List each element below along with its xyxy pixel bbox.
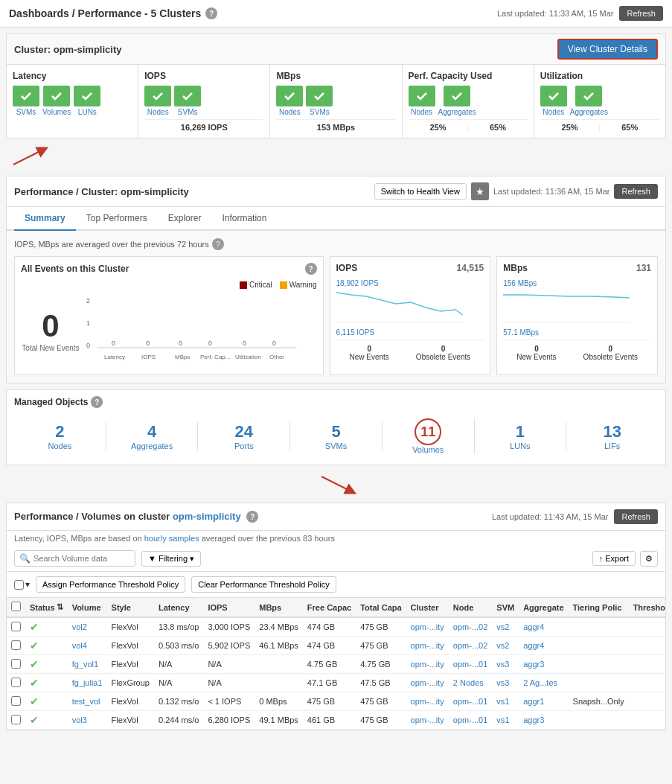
switch-health-view-button[interactable]: Switch to Health View xyxy=(374,183,467,200)
managed-luns-num[interactable]: 1 xyxy=(516,422,525,442)
cluster-link[interactable]: opm-...ity xyxy=(411,678,444,687)
th-mbps[interactable]: MBps xyxy=(255,598,303,617)
check-iops-nodes-label[interactable]: Nodes xyxy=(147,108,169,116)
aggregate-link[interactable]: 2 Ag...tes xyxy=(523,678,557,687)
select-all-checkbox[interactable] xyxy=(14,580,24,590)
th-iops[interactable]: IOPS xyxy=(203,598,255,617)
cluster-link[interactable]: opm-...ity xyxy=(411,622,444,631)
volumes-cluster-link[interactable]: opm-simplicity xyxy=(173,511,241,522)
node-link[interactable]: opm-...01 xyxy=(453,716,487,724)
row-check-1[interactable] xyxy=(11,640,21,650)
row-check-3[interactable] xyxy=(11,678,21,687)
th-status[interactable]: Status ⇅ xyxy=(25,598,68,617)
check-perf-nodes-label[interactable]: Nodes xyxy=(411,108,432,116)
check-perf-aggregates-label[interactable]: Aggregates xyxy=(438,108,476,116)
search-box[interactable]: 🔍 xyxy=(14,550,135,567)
volume-link[interactable]: vol4 xyxy=(72,641,87,650)
managed-lifs-label[interactable]: LIFs xyxy=(604,442,620,450)
check-volumes-label[interactable]: Volumes xyxy=(42,108,71,116)
perf-refresh-button[interactable]: Refresh xyxy=(614,184,658,199)
managed-svms-label[interactable]: SVMs xyxy=(325,442,347,450)
th-style[interactable]: Style xyxy=(107,598,154,617)
search-input[interactable] xyxy=(33,554,130,563)
th-node[interactable]: Node xyxy=(449,598,492,617)
aggregate-link[interactable]: aggr4 xyxy=(523,622,544,631)
th-latency[interactable]: Latency xyxy=(154,598,203,617)
cluster-link[interactable]: opm-...ity xyxy=(411,641,444,650)
volume-link[interactable]: vol3 xyxy=(72,716,87,724)
th-volume[interactable]: Volume xyxy=(68,598,107,617)
managed-aggregates-label[interactable]: Aggregates xyxy=(131,442,173,450)
th-tiering[interactable]: Tiering Polic xyxy=(569,598,629,617)
managed-volumes-label[interactable]: Volumes xyxy=(412,445,444,454)
svm-link[interactable]: vs1 xyxy=(496,697,509,706)
hourly-samples-link[interactable]: hourly samples xyxy=(144,534,199,543)
header-checkbox[interactable] xyxy=(11,602,21,611)
th-total-cap[interactable]: Total Capa xyxy=(356,598,406,617)
managed-help-icon[interactable]: ? xyxy=(91,396,103,408)
help-icon[interactable]: ? xyxy=(205,7,217,19)
aggregate-link[interactable]: aggr4 xyxy=(523,641,544,650)
node-link[interactable]: opm-...02 xyxy=(453,641,487,650)
row-check-0[interactable] xyxy=(11,622,21,631)
th-aggregate[interactable]: Aggregate xyxy=(519,598,568,617)
managed-aggregates-num[interactable]: 4 xyxy=(147,422,156,442)
check-util-nodes-label[interactable]: Nodes xyxy=(543,108,564,116)
managed-ports-label[interactable]: Ports xyxy=(234,442,254,450)
avg-help-icon[interactable]: ? xyxy=(212,238,224,250)
tab-information[interactable]: Information xyxy=(211,207,277,231)
header-refresh-button[interactable]: Refresh xyxy=(619,6,663,21)
check-mbps-nodes-label[interactable]: Nodes xyxy=(279,108,301,116)
events-help-icon[interactable]: ? xyxy=(305,263,317,275)
volume-link[interactable]: fg_julia1 xyxy=(72,678,103,687)
cluster-link[interactable]: opm-...ity xyxy=(411,697,444,706)
tab-explorer[interactable]: Explorer xyxy=(158,207,212,231)
filtering-button[interactable]: ▼ Filtering ▾ xyxy=(141,551,201,567)
star-button[interactable]: ★ xyxy=(471,182,489,200)
volume-link[interactable]: vol2 xyxy=(72,622,87,631)
dropdown-arrow[interactable]: ▾ xyxy=(25,579,30,590)
managed-nodes-label[interactable]: Nodes xyxy=(48,442,71,450)
managed-ports-num[interactable]: 24 xyxy=(235,422,253,442)
managed-volumes-num[interactable]: 11 xyxy=(415,418,441,445)
tab-summary[interactable]: Summary xyxy=(14,207,76,231)
th-svm[interactable]: SVM xyxy=(492,598,519,617)
row-check-2[interactable] xyxy=(11,659,21,669)
assign-policy-button[interactable]: Assign Performance Threshold Policy xyxy=(36,576,185,593)
svm-link[interactable]: vs1 xyxy=(496,716,509,724)
th-cluster[interactable]: Cluster xyxy=(406,598,449,617)
aggregate-link[interactable]: aggr3 xyxy=(523,716,544,724)
node-link[interactable]: 2 Nodes xyxy=(453,678,484,687)
managed-nodes-num[interactable]: 2 xyxy=(55,422,64,442)
svm-link[interactable]: vs3 xyxy=(496,678,509,687)
aggregate-link[interactable]: aggr3 xyxy=(523,660,544,669)
th-threshold[interactable]: Threshold xyxy=(629,598,665,617)
node-link[interactable]: opm-...02 xyxy=(453,622,487,631)
export-button[interactable]: ↑ Export xyxy=(592,551,636,566)
row-check-5[interactable] xyxy=(11,715,21,724)
settings-button[interactable]: ⚙ xyxy=(640,551,658,567)
svm-link[interactable]: vs2 xyxy=(496,622,509,631)
volume-link[interactable]: fg_vol1 xyxy=(72,660,98,669)
check-luns-label[interactable]: LUNs xyxy=(78,108,97,116)
check-util-aggregates-label[interactable]: Aggregates xyxy=(570,108,608,116)
th-free-cap[interactable]: Free Capac xyxy=(303,598,356,617)
volumes-refresh-button[interactable]: Refresh xyxy=(614,509,658,524)
view-cluster-details-button[interactable]: View Cluster Details xyxy=(557,39,658,60)
node-link[interactable]: opm-...01 xyxy=(453,660,487,669)
tab-top-performers[interactable]: Top Performers xyxy=(76,207,158,231)
check-svms-label[interactable]: SVMs xyxy=(16,108,36,116)
aggregate-link[interactable]: aggr1 xyxy=(523,697,544,706)
cluster-link[interactable]: opm-...ity xyxy=(411,716,444,724)
clear-policy-button[interactable]: Clear Performance Threshold Policy xyxy=(191,576,336,593)
volumes-help-icon[interactable]: ? xyxy=(246,511,258,523)
node-link[interactable]: opm-...01 xyxy=(453,697,487,706)
managed-svms-num[interactable]: 5 xyxy=(331,422,340,442)
volume-link[interactable]: test_vol xyxy=(72,697,100,706)
cluster-link[interactable]: opm-...ity xyxy=(411,660,444,669)
managed-luns-label[interactable]: LUNs xyxy=(510,442,531,450)
svm-link[interactable]: vs2 xyxy=(496,641,509,650)
check-iops-svms-label[interactable]: SVMs xyxy=(178,108,198,116)
check-mbps-svms-label[interactable]: SVMs xyxy=(310,108,330,116)
row-check-4[interactable] xyxy=(11,696,21,706)
